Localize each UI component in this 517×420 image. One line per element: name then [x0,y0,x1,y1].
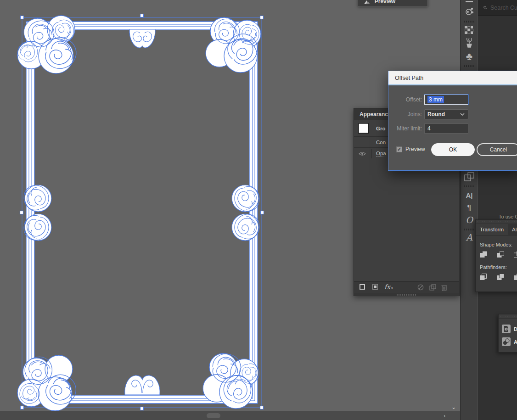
ok-button[interactable]: OK [431,143,475,156]
appearance-row-label: Con [376,140,386,145]
pathfinder-merge-icon[interactable] [514,274,517,280]
strip-group-divider [464,65,474,67]
corner-ornament-top-right[interactable] [206,17,263,73]
document-info-label: D [514,326,517,332]
add-stroke-icon[interactable] [360,284,365,290]
vertical-scrollbar-down-arrow[interactable]: ⌄ [451,404,456,410]
offset-input[interactable]: 3 mm [424,95,468,105]
right-dock: To use C [478,0,517,420]
docked-mini-panel: D A [498,314,517,353]
separations-preview-icon [364,0,371,5]
ornate-frame-path[interactable] [26,22,258,403]
document-info-tab[interactable]: D [502,325,517,333]
panel-drag-strip[interactable] [476,220,517,224]
joins-selected-value: Round [427,111,445,118]
shape-mode-minus-front-icon[interactable] [497,251,505,258]
dialog-title[interactable]: Offset Path [388,71,517,84]
brushes-plant-icon[interactable] [461,37,478,49]
preview-label: Preview [405,146,425,152]
opacity-link[interactable]: Opa [376,151,386,157]
paragraph-panel-icon[interactable]: ¶ [461,202,478,214]
mid-ornament-top[interactable] [129,29,155,48]
search-bar[interactable] [478,0,517,16]
panel-icon-strip: ♣ A| ¶ O A [460,0,478,420]
search-icon [483,5,487,11]
shape-mode-buttons [480,251,517,258]
strip-group-divider [464,229,474,230]
miter-limit-value: 4 [427,125,431,132]
preview-checkbox[interactable]: ✓ Preview [396,146,425,152]
indent-divider [371,149,372,158]
dialog-title-accent [388,84,517,85]
pathfinder-buttons [480,274,517,280]
strip-group-divider [464,21,474,22]
strip-group-divider [464,185,474,187]
shape-modes-label: Shape Modes: [480,242,512,247]
offset-path-dialog: Offset Path Offset: 3 mm Joins: Round Mi… [388,71,517,171]
separations-preview-panel[interactable]: Separations Preview [358,0,428,6]
joins-dropdown[interactable]: Round [424,109,468,119]
add-effect-fx-button[interactable]: fx▾ [384,283,393,291]
cancel-button[interactable]: Cancel [477,143,517,156]
attributes-tab[interactable]: A [502,337,517,346]
chevron-down-icon [460,113,465,116]
shape-mode-intersect-icon[interactable] [514,251,517,258]
mid-ornament-bottom[interactable] [125,375,160,395]
shape-mode-unite-icon[interactable] [480,251,488,258]
appearance-footer: fx▾ [354,281,459,293]
color-guide-icon[interactable] [461,6,478,17]
pathfinder-panel-icon[interactable] [461,171,478,183]
offset-field-label: Offset: [388,95,422,105]
pathfinder-divide-icon[interactable] [480,274,488,280]
joins-field-label: Joins: [388,109,422,119]
character-panel-icon[interactable]: A| [461,189,478,201]
clear-appearance-icon[interactable] [417,284,424,291]
miter-limit-input[interactable]: 4 [424,123,468,134]
pathfinder-panel: Transform Alig Shape Modes: Pathfinders: [475,219,517,292]
visibility-eye-icon[interactable] [359,151,366,156]
illustrator-workspace: ⌄ › [0,0,517,420]
symbols-club-icon[interactable]: ♣ [461,50,478,63]
add-fill-icon[interactable] [372,284,378,290]
tab-transform[interactable]: Transform [476,224,508,235]
pathfinder-trim-icon[interactable] [497,274,505,280]
miter-limit-field-label: Miter limit: [388,123,422,134]
document-info-icon [502,325,511,333]
selection-bounding-box[interactable] [22,17,262,408]
corner-ornament-top-left[interactable] [14,16,81,74]
fill-swatch[interactable] [358,123,369,134]
pathfinders-label: Pathfinders: [480,264,507,270]
attributes-icon [502,337,511,346]
search-input[interactable] [490,5,517,11]
attributes-label: A [514,339,517,345]
checkbox-check-icon: ✓ [396,146,402,152]
tab-align[interactable]: Alig [508,224,517,235]
delete-trash-icon[interactable] [441,284,447,291]
separations-preview-label: Separations Preview [375,0,427,5]
panel-tabs: Transform Alig [476,224,517,235]
duplicate-item-icon[interactable] [429,284,436,291]
horizontal-scrollbar-thumb[interactable] [207,413,220,418]
panel-drag-strip[interactable] [499,314,517,319]
panel-resize-grip[interactable] [354,293,459,296]
libraries-hint-text: To use C [499,214,517,219]
stroke-line-icon[interactable] [466,1,473,2]
horizontal-scrollbar[interactable]: › [0,411,460,420]
swatches-grid-icon[interactable] [461,24,478,36]
scrollbar-right-arrow[interactable]: › [444,413,445,419]
appearance-row-label: Gro [376,126,385,131]
offset-value-selected-text: 3 mm [427,96,444,103]
